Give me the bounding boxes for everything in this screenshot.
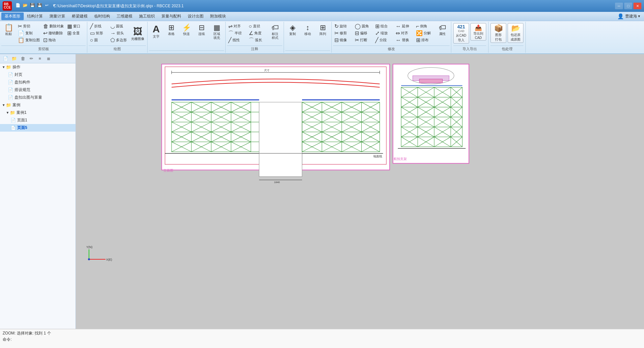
polygon-button[interactable]: ⬠多边形 xyxy=(109,37,129,44)
minimize-button[interactable]: ─ xyxy=(615,3,623,9)
decompose-button[interactable]: 🔀分解 xyxy=(415,30,434,37)
break-button[interactable]: ✂打断 xyxy=(353,37,373,44)
tree-item-components[interactable]: 📄 盘扣构件 xyxy=(0,79,75,86)
saveas-button[interactable]: 💾 xyxy=(36,2,43,9)
linear-button[interactable]: ╱线性 xyxy=(227,37,247,44)
menu-basic-shapes[interactable]: 基本图形 xyxy=(1,13,24,20)
align-mod-button[interactable]: ⇔对齐 xyxy=(394,30,414,37)
menu-structural-calc[interactable]: 结构计算 xyxy=(24,13,46,20)
cmd-input[interactable] xyxy=(13,337,641,342)
raster-button[interactable]: 🖼 光栅图像 xyxy=(129,26,146,42)
open-folder-button[interactable]: 📁 xyxy=(11,55,18,62)
export-cad-button[interactable]: 📤 导出到CAD xyxy=(470,23,486,41)
radius-icon: ⌒ xyxy=(228,31,234,36)
new-page-button[interactable]: 📄 xyxy=(2,55,9,62)
save-button[interactable]: 💾 xyxy=(29,2,36,9)
fullview-button[interactable]: ⊞全显 xyxy=(66,30,86,37)
mirror-button[interactable]: ⊟镜像 xyxy=(333,37,353,44)
scale-button[interactable]: ⤢缩放 xyxy=(374,30,394,37)
arrange-button[interactable]: ⊞排布 xyxy=(415,37,434,44)
unpack-button[interactable]: 📂 包还原成原图 xyxy=(508,23,523,43)
properties-button[interactable]: 🏷 属性 xyxy=(435,23,450,37)
copy-obj-button[interactable]: ◈ 复制 xyxy=(285,23,300,37)
new-button[interactable]: 📄 xyxy=(14,2,21,9)
arclength-button[interactable]: ⌒弧长 xyxy=(247,37,267,44)
undo-delete-button[interactable]: ↩撤销删除 xyxy=(42,30,65,37)
chamfer-button[interactable]: ⌐倒角 xyxy=(415,23,434,30)
paste-button[interactable]: 📋 粘贴 xyxy=(1,23,16,37)
qa-dropdown[interactable]: ▾ xyxy=(51,2,57,9)
diameter-button[interactable]: ○直径 xyxy=(247,23,267,30)
copy-button[interactable]: 📄复制 xyxy=(16,30,41,37)
restore-button[interactable]: □ xyxy=(624,3,632,9)
menu-temp-structure[interactable]: 临时结构 xyxy=(91,13,113,20)
open-button[interactable]: 📂 xyxy=(22,2,28,9)
rotate-button[interactable]: ↻旋转 xyxy=(333,23,353,30)
text-button[interactable]: A 文字 xyxy=(149,23,163,40)
svg-text:尺寸: 尺寸 xyxy=(264,69,269,72)
array-button[interactable]: ⊞ 阵列 xyxy=(316,23,330,37)
pack-button[interactable]: 📦 图形打包 xyxy=(490,23,506,43)
menu-bridge-modeling[interactable]: 桥梁建模 xyxy=(69,13,91,20)
align-left-button[interactable]: ≡ xyxy=(36,55,43,62)
ribbon: 📋 粘贴 ✂剪切 📄复制 📋复制位图 🗑删除对象 ↩撤销删 xyxy=(0,21,644,54)
tree-item-page5[interactable]: 📄 页面5 xyxy=(0,124,75,132)
menu-construction[interactable]: 施工组织 xyxy=(136,13,158,20)
tree-group-operations[interactable]: ▼ 📁 操作 xyxy=(0,63,75,71)
rename-button[interactable]: ✏ xyxy=(28,55,35,62)
menu-addon[interactable]: 附加模块 xyxy=(207,13,229,20)
delete-item-button[interactable]: 🗑 xyxy=(19,55,26,62)
table-button[interactable]: ⊞ 表格 xyxy=(164,23,179,37)
delete-object-button[interactable]: 🗑删除对象 xyxy=(42,23,65,30)
cut-button[interactable]: ✂剪切 xyxy=(16,23,41,30)
angle-button[interactable]: ∠角度 xyxy=(247,30,267,37)
align-dim-button[interactable]: ⇌对齐 xyxy=(227,23,247,30)
drawing-label: 绘图 xyxy=(89,46,146,52)
canvas-area[interactable]: 地面线 尺寸 立面图 1840 xyxy=(76,54,644,329)
trim-button[interactable]: ✂修剪 xyxy=(333,30,353,37)
arc-button[interactable]: ◡圆弧 xyxy=(109,23,129,30)
offset-button[interactable]: ⊟偏移 xyxy=(353,30,373,37)
dim-style-button[interactable]: 🏷 标注样式 xyxy=(268,23,282,41)
align-right-button[interactable]: ≣ xyxy=(45,55,52,62)
arrange-icon: ⊞ xyxy=(416,38,420,43)
segment-button[interactable]: ╱分段 xyxy=(374,37,394,44)
drag-button[interactable]: ⊡拖动 xyxy=(42,37,65,44)
polyline-button[interactable]: ╱折线 xyxy=(89,23,108,30)
copy-bitmap-button[interactable]: 📋复制位图 xyxy=(16,37,41,44)
menu-3d-modeling[interactable]: 三维建模 xyxy=(113,13,136,20)
menu-quantity[interactable]: 算量与配料 xyxy=(158,13,184,20)
close-button[interactable]: ✕ xyxy=(633,3,641,9)
combine-button[interactable]: ⊞组合 xyxy=(374,23,394,30)
tree-group-cases[interactable]: ▼ 📁 案例 xyxy=(0,101,75,109)
user-label[interactable]: 曹建海 ▾ xyxy=(625,14,640,19)
svg-text:X(E): X(E) xyxy=(106,258,112,261)
radius-button[interactable]: ⌒半径 xyxy=(227,30,247,37)
mirror-icon: ⊟ xyxy=(334,38,339,43)
tree-item-cover[interactable]: 📄 封页 xyxy=(0,71,75,79)
menu-design-drawing[interactable]: 设计出图 xyxy=(184,13,207,20)
move-button[interactable]: ↕ 移动 xyxy=(300,23,315,37)
diameter-icon: ○ xyxy=(249,24,252,29)
tree-group-case1[interactable]: ▼ 📁 案例1 xyxy=(0,109,75,116)
fillet-button[interactable]: ◯圆角 xyxy=(353,23,373,30)
window-button[interactable]: ▦窗口 xyxy=(66,23,86,30)
circle-button[interactable]: ○圆 xyxy=(89,37,108,44)
svg-text:Y(N): Y(N) xyxy=(86,245,93,249)
tree-label-specs: 搭设规范 xyxy=(14,87,30,93)
undo-button[interactable]: ↩ xyxy=(43,2,50,9)
fill-button[interactable]: ▦ 区域填充 xyxy=(210,23,224,41)
menu-measurement-calc[interactable]: 测量计算 xyxy=(46,13,69,20)
arrow-button[interactable]: →箭头 xyxy=(109,30,129,37)
extend-button[interactable]: ↔延伸 xyxy=(394,23,414,30)
angle-icon: ∠ xyxy=(249,31,253,36)
tree-item-page1[interactable]: 📄 页面1 xyxy=(0,116,75,124)
continuous-button[interactable]: ⊟ 连续 xyxy=(194,23,209,37)
replace-button[interactable]: ↔替换 xyxy=(394,37,414,44)
tree-item-drawing-quantity[interactable]: 📄 盘扣出图与算量 xyxy=(0,94,75,101)
quick-connect-button[interactable]: ⚡ 快连 xyxy=(179,23,194,37)
import-cad-button[interactable]: 421 CAD 从CAD导入 xyxy=(453,23,469,44)
rect-button[interactable]: ▭矩形 xyxy=(89,30,108,37)
copy-bitmap-icon: 📋 xyxy=(18,38,24,43)
tree-item-specs[interactable]: 📄 搭设规范 xyxy=(0,86,75,94)
